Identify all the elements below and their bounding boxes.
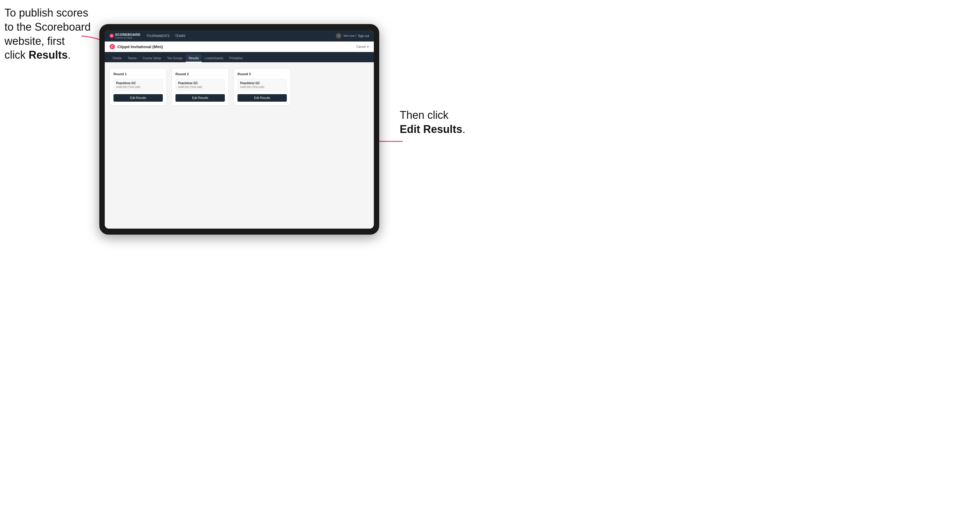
tournament-title: Clippd Invitational (Mini) (118, 44, 163, 49)
sign-out-link[interactable]: Sign out (358, 33, 369, 39)
logo-text: SCOREBOARD Powered by clippd (115, 33, 140, 39)
logo-c-icon: C (110, 34, 114, 38)
user-label: Test User | (343, 34, 356, 37)
nav-user-area: T Test User | Sign out (336, 33, 369, 39)
instruction-results-bold: Results (29, 49, 68, 61)
round-2-card: Round 2 Peachtree GC Gold (M) (7010 yds)… (172, 68, 229, 106)
round-1-card: Round 1 Peachtree GC Gold (M) (7010 yds)… (110, 68, 167, 106)
logo-powered: Powered by clippd (115, 37, 140, 39)
instruction-line1: To publish scores (5, 6, 88, 19)
tab-details[interactable]: Details (110, 54, 125, 62)
round-1-course-card: Peachtree GC Gold (M) (7010 yds) (113, 79, 163, 91)
instruction-line3: website, first (5, 35, 65, 47)
round-3-title: Round 3 (237, 72, 287, 76)
round-3-edit-results-button[interactable]: Edit Results (237, 94, 287, 102)
instruction-right-suffix: . (462, 123, 465, 135)
user-avatar: T (336, 33, 341, 38)
instruction-edit-results-bold: Edit Results (400, 123, 462, 135)
logo-area: C SCOREBOARD Powered by clippd (110, 33, 140, 39)
round-1-title: Round 1 (113, 72, 163, 76)
instruction-line2: to the Scoreboard (5, 21, 91, 33)
round-3-card: Round 3 Peachtree GC Gold (M) (7010 yds)… (234, 68, 291, 106)
tablet-screen: C SCOREBOARD Powered by clippd TOURNAMEN… (105, 30, 374, 229)
left-instruction: To publish scores to the Scoreboard webs… (5, 6, 92, 62)
tab-printables[interactable]: Printables (226, 54, 246, 62)
round-2-edit-results-button[interactable]: Edit Results (175, 94, 225, 102)
round-2-course-card: Peachtree GC Gold (M) (7010 yds) (175, 79, 225, 91)
round-1-course-detail: Gold (M) (7010 yds) (116, 86, 160, 89)
round-1-course-name: Peachtree GC (116, 81, 160, 85)
tournament-c-icon: C (110, 44, 115, 49)
round-2-course-name: Peachtree GC (178, 81, 222, 85)
round-3-course-card: Peachtree GC Gold (M) (7010 yds) (237, 79, 287, 91)
tournament-title-area: C Clippd Invitational (Mini) (110, 44, 163, 49)
round-2-title: Round 2 (175, 72, 225, 76)
cancel-label: Cancel (356, 45, 366, 48)
tab-course-setup[interactable]: Course Setup (140, 54, 164, 62)
tab-tee-groups[interactable]: Tee Groups (164, 54, 186, 62)
tab-teams[interactable]: Teams (125, 54, 140, 62)
logo-scoreboard: SCOREBOARD (115, 33, 140, 37)
instruction-line4-prefix: click (5, 49, 29, 61)
instruction-line4-suffix: . (68, 49, 71, 61)
nav-tournaments[interactable]: TOURNAMENTS (146, 33, 169, 39)
tab-leaderboards[interactable]: Leaderboards (202, 54, 226, 62)
tab-bar: Details Teams Course Setup Tee Groups Re… (105, 52, 374, 62)
cancel-x-icon: ✕ (367, 45, 369, 48)
round-2-course-detail: Gold (M) (7010 yds) (178, 86, 222, 89)
nav-teams[interactable]: TEAMS (175, 33, 185, 39)
top-nav: C SCOREBOARD Powered by clippd TOURNAMEN… (105, 30, 374, 41)
rounds-grid: Round 1 Peachtree GC Gold (M) (7010 yds)… (110, 68, 369, 106)
round-1-edit-results-button[interactable]: Edit Results (113, 94, 163, 102)
instruction-right-line1: Then click (400, 109, 449, 121)
cancel-button[interactable]: Cancel ✕ (356, 45, 369, 48)
tournament-header: C Clippd Invitational (Mini) Cancel ✕ (105, 41, 374, 52)
round-3-course-name: Peachtree GC (240, 81, 284, 85)
right-instruction: Then click Edit Results. (400, 108, 484, 137)
round-3-course-detail: Gold (M) (7010 yds) (240, 86, 284, 89)
nav-links: TOURNAMENTS TEAMS (146, 33, 336, 39)
main-content: Round 1 Peachtree GC Gold (M) (7010 yds)… (105, 62, 374, 229)
tab-results[interactable]: Results (186, 54, 202, 62)
tablet-frame: C SCOREBOARD Powered by clippd TOURNAMEN… (99, 24, 379, 235)
